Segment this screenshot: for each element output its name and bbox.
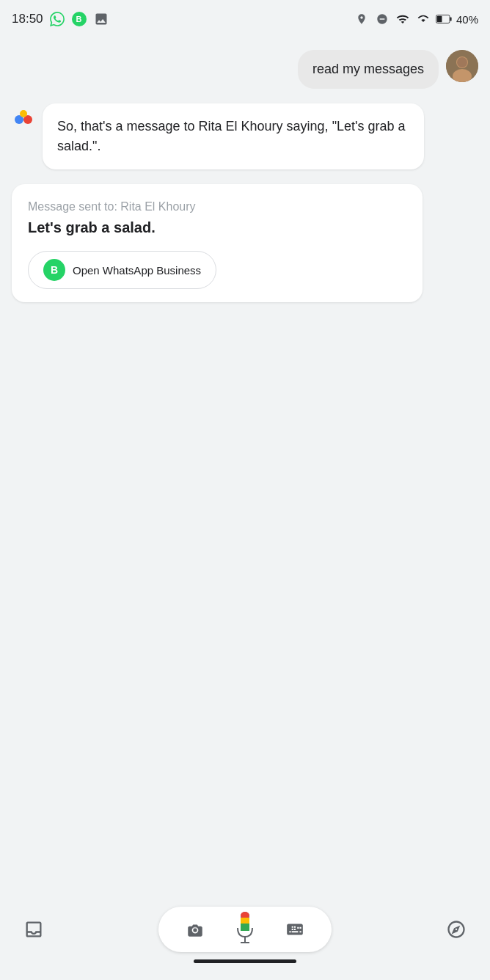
- status-left: 18:50 B: [12, 11, 109, 27]
- whatsapp-b-icon: B: [43, 259, 65, 281]
- keyboard-button[interactable]: [279, 913, 311, 946]
- whatsapp-business-icon: B: [71, 11, 87, 27]
- svg-point-9: [20, 110, 27, 117]
- center-pill: [158, 907, 332, 952]
- bottom-controls: [0, 899, 490, 959]
- battery-icon: [436, 11, 452, 27]
- google-assistant-dots: [12, 106, 35, 130]
- assistant-row: So, that's a message to Rita El Khoury s…: [12, 103, 478, 169]
- main-content: read my messages So, that's a message to…: [0, 38, 490, 899]
- svg-rect-2: [450, 17, 451, 21]
- message-body: Let's grab a salad.: [28, 219, 406, 236]
- svg-rect-1: [437, 16, 442, 22]
- status-time: 18:50: [12, 12, 43, 26]
- signal-icon: [415, 11, 431, 27]
- inbox-button[interactable]: [18, 913, 50, 946]
- gallery-icon: [93, 11, 109, 27]
- dnd-icon: [374, 11, 390, 27]
- svg-point-6: [457, 57, 467, 67]
- location-icon: [354, 11, 370, 27]
- svg-rect-16: [241, 926, 249, 931]
- battery-percentage: 40%: [456, 13, 478, 26]
- user-message-row: read my messages: [12, 50, 478, 89]
- user-avatar: [446, 50, 478, 82]
- camera-button[interactable]: [179, 913, 211, 946]
- compass-button[interactable]: [440, 913, 472, 946]
- svg-point-10: [193, 928, 197, 932]
- open-whatsapp-business-button[interactable]: B Open WhatsApp Business: [28, 251, 216, 289]
- whatsapp-icon: [49, 11, 65, 27]
- mic-button[interactable]: [232, 910, 258, 948]
- open-button-label: Open WhatsApp Business: [73, 264, 201, 277]
- bottom-bar: [0, 899, 490, 980]
- home-indicator: [194, 959, 296, 963]
- user-bubble: read my messages: [298, 50, 439, 89]
- assistant-response-text: So, that's a message to Rita El Khoury s…: [57, 119, 406, 153]
- message-card: Message sent to: Rita El Khoury Let's gr…: [12, 184, 423, 302]
- wifi-icon: [395, 11, 411, 27]
- status-bar: 18:50 B: [0, 0, 490, 38]
- message-sent-to: Message sent to: Rita El Khoury: [28, 200, 406, 213]
- status-right: 40%: [354, 11, 478, 27]
- user-message-text: read my messages: [312, 62, 424, 76]
- assistant-response-bubble: So, that's a message to Rita El Khoury s…: [43, 103, 424, 169]
